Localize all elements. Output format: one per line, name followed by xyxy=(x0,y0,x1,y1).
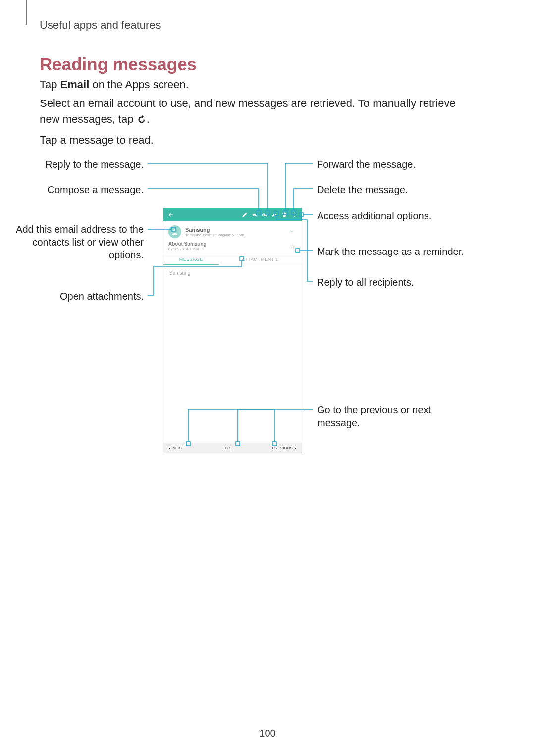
date-text: 07/07/2014 13:34 xyxy=(168,247,207,251)
callout-prev-next: Go to the previous or next message. xyxy=(317,403,476,429)
paragraph-2: Select an email account to use, and new … xyxy=(40,96,461,129)
callout-open-attachments: Open attachments. xyxy=(40,290,144,302)
message-tabs: MESSAGE ATTACHMENT 1 xyxy=(163,254,302,265)
svg-point-3 xyxy=(173,229,176,232)
callout-reply-all: Reply to all recipients. xyxy=(317,276,476,289)
callout-mark-reminder: Mark the message as a reminder. xyxy=(317,245,476,258)
expand-chevron-icon[interactable] xyxy=(289,228,297,236)
message-body: Samsung xyxy=(163,265,302,281)
reply-button[interactable] xyxy=(250,210,259,219)
callout-add-contact: Add this email address to the contacts l… xyxy=(15,223,144,261)
footer-prev-label: PREVIOUS xyxy=(272,446,292,450)
refresh-icon xyxy=(137,113,147,129)
page-number: 100 xyxy=(0,728,535,739)
svg-point-2 xyxy=(294,216,295,217)
back-button[interactable] xyxy=(166,210,175,219)
reply-all-button[interactable] xyxy=(260,210,269,219)
section-title: Reading messages xyxy=(40,54,197,74)
p2-post: . xyxy=(147,113,150,125)
callout-delete: Delete the message. xyxy=(317,183,476,196)
callout-forward: Forward the message. xyxy=(317,158,476,171)
paragraph-3: Tap a message to read. xyxy=(40,134,154,147)
more-options-button[interactable] xyxy=(290,210,299,219)
footer-count: 8 / 9 xyxy=(224,446,232,450)
p1-post: on the Apps screen. xyxy=(89,78,189,91)
svg-point-1 xyxy=(294,214,295,215)
avatar[interactable] xyxy=(168,225,181,238)
callout-options: Access additional options. xyxy=(317,209,476,222)
callout-compose: Compose a message. xyxy=(40,183,144,196)
compose-button[interactable] xyxy=(240,210,249,219)
footer-prev[interactable]: PREVIOUS xyxy=(272,446,298,450)
p1-bold: Email xyxy=(60,78,90,91)
subject-row: About Samsung 07/07/2014 13:34 ☆ xyxy=(163,240,302,254)
page-margin-mark xyxy=(26,0,27,25)
p2-pre: Select an email account to use, and new … xyxy=(40,97,456,125)
email-toolbar xyxy=(163,208,302,221)
svg-point-0 xyxy=(294,213,295,214)
callout-reply: Reply to the message. xyxy=(40,158,144,171)
footer-next-label: NEXT xyxy=(172,446,183,450)
paragraph-1: Tap Email on the Apps screen. xyxy=(40,78,189,91)
sender-email: samsungusermanual@gmail.com xyxy=(185,233,285,237)
chapter-header: Useful apps and features xyxy=(40,19,161,32)
footer-next[interactable]: NEXT xyxy=(167,446,183,450)
sender-name: Samsung xyxy=(185,227,285,233)
nav-footer: NEXT 8 / 9 PREVIOUS xyxy=(163,443,302,453)
p1-pre: Tap xyxy=(40,78,60,91)
star-icon[interactable]: ☆ xyxy=(289,242,296,250)
sender-row[interactable]: Samsung samsungusermanual@gmail.com xyxy=(163,221,302,240)
tab-message[interactable]: MESSAGE xyxy=(163,254,219,265)
subject-text: About Samsung xyxy=(168,241,207,247)
tab-attachment[interactable]: ATTACHMENT 1 xyxy=(219,254,302,265)
forward-button[interactable] xyxy=(270,210,279,219)
email-app-screenshot: Samsung samsungusermanual@gmail.com Abou… xyxy=(163,208,302,453)
sender-info: Samsung samsungusermanual@gmail.com xyxy=(185,227,285,237)
delete-button[interactable] xyxy=(280,210,289,219)
